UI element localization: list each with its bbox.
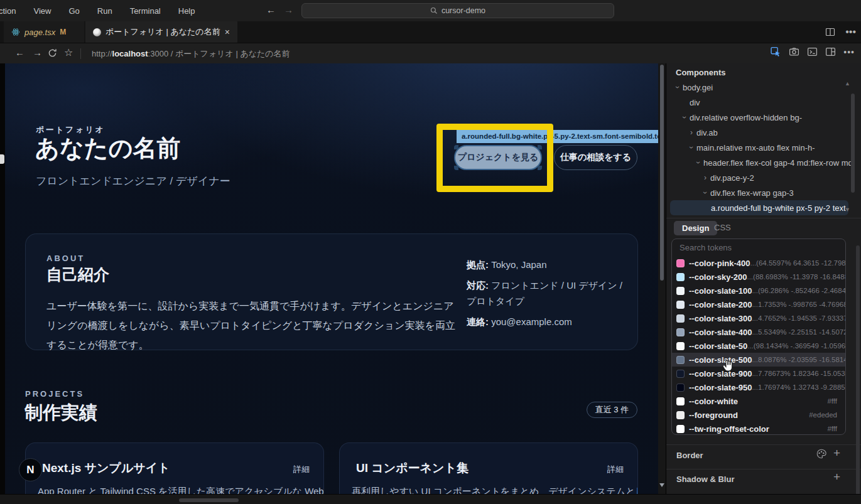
chevron-right-icon[interactable]: ›: [700, 173, 710, 182]
token-row[interactable]: --color-slate-950...1.76974% 1.32743 -9.…: [672, 380, 845, 394]
tree-node-body[interactable]: ›body.gei: [666, 80, 852, 95]
tree-node-div[interactable]: ›div: [666, 95, 852, 110]
console-icon[interactable]: [807, 46, 818, 57]
editor-tabbar: page.tsx M ポートフォリオ | あなたの名前 × •••: [0, 21, 861, 43]
hero-subtitle: フロントエンドエンジニア / デザイナー: [36, 174, 230, 188]
tab-css[interactable]: CSS: [714, 223, 731, 232]
menu-item-selection[interactable]: ction: [0, 6, 16, 16]
token-row[interactable]: --color-slate-200...1.7353% -.998765 -4.…: [672, 298, 845, 311]
card-detail-link[interactable]: 詳細: [293, 464, 310, 475]
tree-scrollbar-thumb[interactable]: [851, 94, 855, 193]
tab-design[interactable]: Design: [674, 221, 717, 235]
address-url[interactable]: http://localhost:3000 / ポートフォリオ | あなたの名前: [92, 48, 290, 60]
info-services: 対応: フロントエンド / UI デザイン / プロトタイプ: [467, 277, 627, 309]
tree-node-div-relative[interactable]: ›div.relative overflow-hidden bg-: [666, 110, 852, 125]
browser-toolbar: ← → ☆ http://localhost:3000 / ポートフォリオ | …: [0, 43, 861, 63]
screenshot-camera-icon[interactable]: [789, 46, 799, 57]
token-row[interactable]: --color-white#fff: [672, 394, 845, 408]
chevron-down-icon[interactable]: ›: [687, 142, 696, 153]
border-section-label: Border: [676, 451, 703, 460]
token-row[interactable]: --color-slate-100...(96.286% -.852466 -2…: [672, 284, 845, 298]
page-scrollbar-thumb[interactable]: [660, 65, 664, 281]
about-info-list: 拠点: Tokyo, Japan 対応: フロントエンド / UI デザイン /…: [467, 257, 627, 335]
token-row[interactable]: --color-slate-900...7.78673% 1.82346 -15…: [672, 367, 845, 380]
bookmark-star-icon[interactable]: ☆: [64, 46, 73, 58]
color-swatch: [676, 301, 685, 309]
add-shadow-button[interactable]: +: [833, 470, 840, 484]
contact-button[interactable]: 仕事の相談をする: [554, 145, 637, 170]
palette-icon[interactable]: [816, 448, 827, 459]
tree-node-header[interactable]: ›header.flex flex-col gap-4 md:flex-row …: [666, 155, 852, 170]
tree-node-div-ab[interactable]: ›div.ab: [666, 125, 852, 140]
project-card-ui-kit[interactable]: UI コンポーネント集 詳細 再利用しやすい UI コンポーネントをまとめ、デザ…: [339, 442, 638, 494]
project-card-nextjs[interactable]: Next.js サンプルサイト 詳細 App Router と Tailwind…: [25, 442, 324, 494]
chevron-down-icon[interactable]: ›: [680, 112, 689, 122]
token-row[interactable]: --color-slate-300...4.7652% -1.94535 -7.…: [672, 311, 845, 325]
page-scrollbar[interactable]: [658, 63, 666, 494]
command-search-input[interactable]: cursor-demo: [301, 3, 614, 18]
about-eyebrow: ABOUT: [46, 254, 85, 263]
browser-forward-icon[interactable]: →: [33, 47, 42, 58]
color-swatch: [676, 411, 685, 419]
panel-scrollbar-thumb[interactable]: [856, 245, 860, 504]
color-swatch: [676, 383, 685, 392]
chevron-down-icon[interactable]: ›: [701, 188, 710, 198]
token-row-hovered[interactable]: --color-slate-500...8.0876% -2.03595 -16…: [672, 353, 845, 367]
tree-scroll-up-icon[interactable]: ▲: [845, 80, 850, 87]
recent-count-badge: 直近 3 件: [587, 402, 637, 418]
menu-item-view[interactable]: View: [33, 6, 51, 16]
react-icon: [11, 28, 20, 36]
components-panel: Components ›body.gei ›div ›div.relative …: [666, 63, 861, 494]
token-row[interactable]: --color-sky-200...(88.6983% -11.3978 -16…: [672, 270, 845, 284]
chevron-down-icon[interactable]: ›: [694, 158, 703, 168]
inspect-element-icon[interactable]: [771, 46, 781, 57]
search-tokens-input[interactable]: Search tokens: [672, 239, 845, 256]
menu-item-run[interactable]: Run: [97, 6, 112, 16]
color-swatch: [676, 356, 685, 364]
add-border-button[interactable]: +: [833, 446, 840, 460]
chevron-down-icon[interactable]: ›: [673, 82, 682, 92]
card-detail-link[interactable]: 詳細: [607, 464, 624, 475]
about-title: 自己紹介: [46, 264, 109, 285]
tree-node-main[interactable]: ›main.relative mx-auto flex min-h-: [666, 140, 852, 155]
tree-node-anchor-selected[interactable]: a.rounded-full bg-white px-5 py-2 text-: [670, 200, 848, 215]
close-tab-icon[interactable]: ×: [225, 27, 230, 37]
design-tokens-box: Search tokens --color-pink-400...(64.559…: [671, 239, 846, 435]
card-description: App Router と Tailwind CSS を活用した高速でアクセシブル…: [38, 486, 324, 494]
scroll-down-arrow-icon[interactable]: [659, 483, 664, 487]
projects-title: 制作実績: [24, 400, 97, 426]
horizontal-scrollbar-thumb[interactable]: [179, 498, 239, 502]
browser-back-icon[interactable]: ←: [15, 47, 24, 58]
layout-panel-icon[interactable]: [825, 46, 836, 57]
chevron-right-icon[interactable]: ›: [686, 128, 696, 137]
token-row[interactable]: --tw-ring-offset-color#fff: [672, 422, 845, 435]
menu-item-terminal[interactable]: Terminal: [130, 6, 161, 16]
token-row[interactable]: --foreground#ededed: [672, 408, 845, 422]
card-title: Next.js サンプルサイト: [42, 460, 170, 476]
color-swatch: [676, 425, 685, 433]
menu-item-go[interactable]: Go: [68, 6, 79, 16]
token-row[interactable]: --color-slate-50...(98.1434% -.369549 -1…: [672, 339, 845, 353]
search-icon: [430, 7, 438, 14]
refresh-icon[interactable]: [48, 48, 57, 58]
color-swatch: [676, 273, 685, 281]
history-back-icon[interactable]: ←: [266, 4, 276, 15]
tab-page-tsx[interactable]: page.tsx M: [4, 21, 84, 43]
tab-browser-preview[interactable]: ポートフォリオ | あなたの名前 ×: [85, 21, 237, 43]
tree-node-div-flex[interactable]: ›div.flex flex-wrap gap-3: [666, 185, 852, 200]
token-row[interactable]: --color-slate-400...5.5349% -2.25151 -14…: [672, 325, 845, 339]
tree-node-div-space[interactable]: ›div.pace-y-2: [666, 170, 852, 185]
about-text: ユーザー体験を第一に、設計から実装まで一気通貫で手がけます。デザインとエンジニア…: [46, 296, 461, 355]
more-actions-icon[interactable]: •••: [845, 26, 856, 38]
projects-eyebrow: PROJECTS: [25, 389, 84, 399]
token-row[interactable]: --color-pink-400...(64.5597% 64.3615 -12…: [672, 256, 845, 270]
card-title: UI コンポーネント集: [356, 460, 468, 476]
tree-scroll-down-icon[interactable]: ▼: [845, 206, 850, 213]
menu-item-help[interactable]: Help: [178, 6, 195, 16]
split-editor-icon[interactable]: [825, 27, 835, 37]
color-swatch: [676, 397, 685, 405]
more-tools-icon[interactable]: •••: [843, 47, 855, 57]
history-forward-icon[interactable]: →: [284, 4, 293, 15]
card-description: 再利用しやすい UI コンポーネントをまとめ、デザインシステムとして整理したコレ: [352, 486, 638, 494]
toolbar-right-actions: •••: [771, 46, 855, 57]
